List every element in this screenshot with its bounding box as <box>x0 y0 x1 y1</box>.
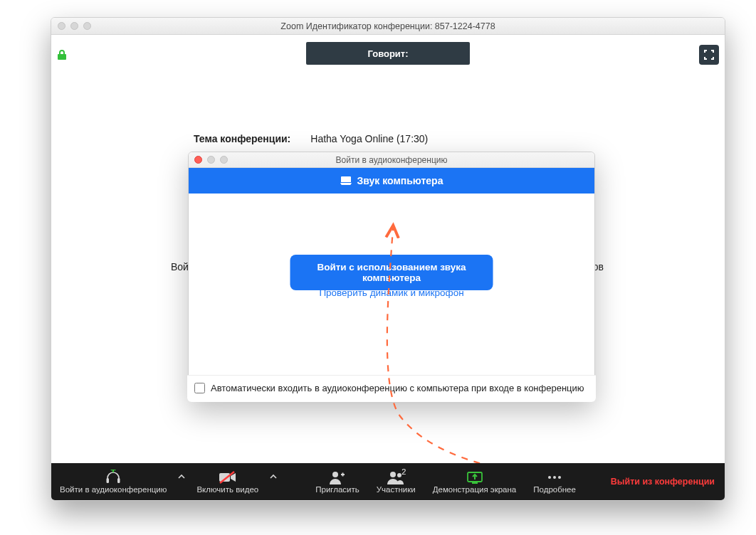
topic-value: Hatha Yoga Online (17:30) <box>310 133 428 144</box>
svg-point-5 <box>390 472 396 477</box>
leave-meeting-button[interactable]: Выйти из конференции <box>601 477 725 487</box>
toolbar-share-screen[interactable]: Демонстрация экрана <box>424 463 525 500</box>
dialog-body: Войти с использованием звука компьютера … <box>189 194 594 401</box>
more-icon <box>547 470 562 485</box>
svg-rect-1 <box>117 478 120 483</box>
auto-join-checkbox[interactable] <box>194 383 205 393</box>
auto-join-label: Автоматически входить в аудиоконференцию… <box>211 383 584 393</box>
lock-icon[interactable] <box>57 49 67 63</box>
test-speaker-mic-link[interactable]: Проверить динамик и микрофон <box>189 287 594 298</box>
toolbar-join-audio-label: Войти в аудиоконференцию <box>60 485 167 494</box>
topic-label: Тема конференции: <box>194 133 290 144</box>
toolbar-join-audio[interactable]: Войти в аудиоконференцию <box>51 463 175 500</box>
headphones-icon <box>105 470 122 485</box>
audio-options-caret[interactable] <box>175 473 188 490</box>
toolbar-more[interactable]: Подробнее <box>525 463 584 500</box>
audio-join-dialog: Войти в аудиоконференцию Звук компьютера… <box>188 152 595 402</box>
invite-icon <box>330 470 345 485</box>
svg-point-4 <box>332 472 338 477</box>
toolbar-share-label: Демонстрация экрана <box>433 485 517 494</box>
video-off-icon <box>219 470 237 485</box>
dialog-tab-computer-audio[interactable]: Звук компьютера <box>189 168 594 194</box>
toolbar-invite-label: Пригласить <box>315 485 359 494</box>
toolbar-invite[interactable]: Пригласить <box>307 463 368 500</box>
participants-count: 2 <box>401 467 406 476</box>
speaking-indicator: Говорит: <box>306 42 470 65</box>
toolbar-participants-label: Участники <box>377 485 416 494</box>
speaking-label: Говорит: <box>367 48 408 59</box>
main-content: Тема конференции: Hatha Yoga Online (17:… <box>51 75 725 463</box>
dialog-tab-label: Звук компьютера <box>357 175 443 186</box>
dialog-titlebar: Войти в аудиоконференцию <box>189 152 594 168</box>
chevron-up-icon <box>270 473 277 480</box>
toolbar-more-label: Подробнее <box>533 485 576 494</box>
auto-join-row[interactable]: Автоматически входить в аудиоконференцию… <box>187 375 596 402</box>
svg-rect-0 <box>107 478 110 483</box>
toolbar-participants[interactable]: 2 Участники <box>368 463 424 500</box>
join-with-computer-audio-button[interactable]: Войти с использованием звука компьютера <box>290 255 493 290</box>
meeting-toolbar: Войти в аудиоконференцию Включить видео … <box>51 463 725 500</box>
svg-point-11 <box>558 476 561 479</box>
topic-row: Тема конференции: Hatha Yoga Online (17:… <box>194 133 428 144</box>
svg-point-10 <box>553 476 556 479</box>
laptop-icon <box>340 176 352 185</box>
toolbar-start-video[interactable]: Включить видео <box>188 463 267 500</box>
toolbar-start-video-label: Включить видео <box>196 485 258 494</box>
chevron-up-icon <box>178 473 185 480</box>
window-title: Zoom Идентификатор конференции: 857-1224… <box>51 21 725 31</box>
video-options-caret[interactable] <box>267 473 280 490</box>
zoom-main-window: Zoom Идентификатор конференции: 857-1224… <box>51 17 725 501</box>
share-screen-icon <box>466 470 483 485</box>
svg-rect-8 <box>472 482 478 484</box>
dialog-title: Войти в аудиоконференцию <box>189 155 594 165</box>
svg-point-9 <box>548 476 551 479</box>
background-text-left: Вой <box>171 261 189 272</box>
window-titlebar: Zoom Идентификатор конференции: 857-1224… <box>51 18 725 35</box>
fullscreen-icon <box>703 49 715 60</box>
fullscreen-button[interactable] <box>699 45 719 65</box>
